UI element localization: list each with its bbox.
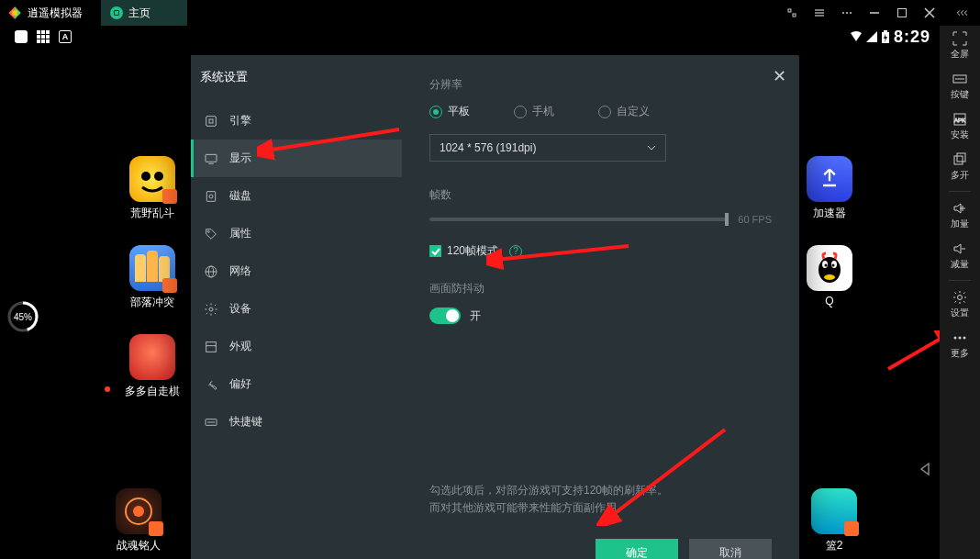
tag-icon bbox=[204, 227, 218, 241]
resolution-select[interactable]: 1024 * 576 (191dpi) bbox=[429, 134, 666, 162]
app-logo-icon bbox=[7, 6, 22, 20]
chevron-down-icon bbox=[647, 143, 656, 152]
tool-settings[interactable]: 设置 bbox=[940, 285, 980, 325]
app-qq[interactable]: Q bbox=[802, 245, 857, 307]
svg-point-42 bbox=[209, 307, 213, 311]
sidebar-item-device[interactable]: 设备 bbox=[191, 290, 402, 328]
radio-phone[interactable]: 手机 bbox=[514, 104, 554, 119]
tool-keys[interactable]: 按键 bbox=[940, 66, 980, 106]
fps-label: 帧数 bbox=[429, 187, 772, 203]
tool-install[interactable]: APK 安装 bbox=[940, 106, 980, 147]
engine-icon bbox=[204, 114, 218, 129]
battery-charging-icon bbox=[881, 30, 890, 43]
svg-point-37 bbox=[209, 195, 213, 198]
svg-rect-17 bbox=[884, 30, 887, 32]
app-list-right: 加速器 Q bbox=[802, 156, 857, 331]
update-dot-icon bbox=[105, 386, 110, 392]
sidebar-item-display[interactable]: 显示 bbox=[191, 140, 402, 177]
hint-text: 勾选此项后，对部分游戏可支持120帧的刷新率。 而对其他游戏可能带来性能方面副作… bbox=[429, 482, 668, 517]
svg-point-64 bbox=[954, 337, 957, 340]
resolution-value: 1024 * 576 (191dpi) bbox=[440, 141, 536, 154]
slider-thumb[interactable] bbox=[725, 213, 729, 226]
app-booster[interactable]: 加速器 bbox=[802, 156, 857, 221]
ok-button[interactable]: 确定 bbox=[596, 539, 678, 559]
home-icon bbox=[110, 6, 123, 19]
wifi-icon bbox=[850, 31, 863, 42]
fullscreen-icon bbox=[952, 31, 967, 46]
sidebar-item-attr[interactable]: 属性 bbox=[191, 215, 402, 252]
svg-rect-56 bbox=[954, 156, 963, 164]
fps-slider[interactable] bbox=[429, 218, 729, 221]
emulator-viewport: A 8:29 45% 荒野乱斗 bbox=[0, 26, 940, 559]
radio-off-icon bbox=[514, 106, 527, 118]
svg-rect-2 bbox=[12, 10, 17, 15]
svg-rect-57 bbox=[957, 153, 965, 162]
svg-point-26 bbox=[825, 264, 828, 267]
app-basket[interactable]: 篮2 bbox=[811, 488, 857, 553]
settings-sidebar: 系统设置 引擎 显示 磁盘 属性 网络 设 bbox=[191, 55, 402, 559]
window-minimize-icon[interactable] bbox=[861, 0, 888, 26]
phone-status-bar: A 8:29 bbox=[0, 26, 940, 48]
app-name: Q bbox=[825, 295, 833, 307]
sidebar-item-pref[interactable]: 偏好 bbox=[191, 365, 402, 403]
svg-line-51 bbox=[888, 336, 945, 369]
resolution-label: 分辨率 bbox=[429, 77, 772, 93]
sidebar-item-engine[interactable]: 引擎 bbox=[191, 102, 402, 140]
wrench-icon bbox=[204, 377, 218, 392]
radio-custom[interactable]: 自定义 bbox=[598, 104, 650, 119]
tool-fullscreen[interactable]: 全屏 bbox=[940, 26, 980, 66]
svg-point-27 bbox=[832, 264, 835, 267]
app-name: 战魂铭人 bbox=[117, 538, 161, 553]
svg-point-65 bbox=[959, 337, 962, 340]
check-icon bbox=[431, 247, 440, 256]
tool-multi[interactable]: 多开 bbox=[940, 147, 980, 187]
app-autochess[interactable]: 多多自走棋 bbox=[116, 334, 189, 399]
help-icon[interactable]: ? bbox=[509, 245, 522, 258]
tool-more[interactable]: 更多 bbox=[940, 325, 980, 365]
svg-text:APK: APK bbox=[954, 117, 965, 123]
antishake-state: 开 bbox=[470, 308, 481, 324]
svg-rect-4 bbox=[793, 14, 796, 17]
fps-value: 60 FPS bbox=[738, 214, 772, 225]
antishake-toggle[interactable] bbox=[429, 307, 461, 324]
cancel-button[interactable]: 取消 bbox=[689, 539, 772, 559]
checkbox-120fps[interactable] bbox=[429, 245, 441, 257]
sidebar-item-appearance[interactable]: 外观 bbox=[191, 328, 402, 365]
svg-rect-36 bbox=[206, 191, 215, 201]
svg-marker-31 bbox=[921, 464, 929, 475]
apk-icon: APK bbox=[952, 112, 967, 127]
svg-rect-3 bbox=[788, 9, 791, 12]
memory-progress[interactable]: 45% bbox=[7, 301, 39, 332]
gear-icon bbox=[204, 302, 218, 317]
window-compact-icon[interactable] bbox=[778, 0, 806, 26]
multi-icon bbox=[952, 152, 967, 167]
collapse-panel-icon[interactable] bbox=[943, 0, 980, 26]
sidebar-item-disk[interactable]: 磁盘 bbox=[191, 177, 402, 215]
keyboard-icon bbox=[204, 415, 218, 430]
app-name: 荒野乱斗 bbox=[130, 206, 174, 221]
tab-home[interactable]: 主页 bbox=[101, 0, 187, 26]
square-icon[interactable] bbox=[15, 30, 28, 43]
window-maximize-icon[interactable] bbox=[888, 0, 916, 26]
nav-back-icon[interactable] bbox=[918, 462, 932, 480]
letter-a-icon[interactable]: A bbox=[59, 30, 72, 43]
svg-point-30 bbox=[133, 506, 144, 517]
app-brawl[interactable]: 荒野乱斗 bbox=[116, 156, 189, 221]
sidebar-item-shortcut[interactable]: 快捷键 bbox=[191, 403, 402, 441]
tool-volume-up[interactable]: 加量 bbox=[940, 196, 980, 236]
app-name: 逍遥模拟器 bbox=[28, 6, 83, 21]
window-menu-icon[interactable] bbox=[806, 0, 833, 26]
sidebar-item-network[interactable]: 网络 bbox=[191, 252, 402, 290]
modal-close-icon[interactable]: ✕ bbox=[773, 66, 786, 86]
app-soul[interactable]: 战魂铭人 bbox=[116, 488, 161, 553]
radio-tablet[interactable]: 平板 bbox=[429, 104, 470, 119]
ellipsis-icon[interactable] bbox=[833, 0, 861, 26]
tool-volume-down[interactable]: 减量 bbox=[940, 236, 980, 276]
svg-marker-15 bbox=[866, 31, 877, 42]
apps-grid-icon[interactable] bbox=[37, 30, 50, 43]
app-coc[interactable]: 部落冲突 bbox=[116, 245, 189, 310]
disk-icon bbox=[204, 189, 218, 204]
radio-on-icon bbox=[429, 106, 442, 118]
volume-down-icon bbox=[952, 241, 967, 256]
window-close-icon[interactable] bbox=[916, 0, 943, 26]
